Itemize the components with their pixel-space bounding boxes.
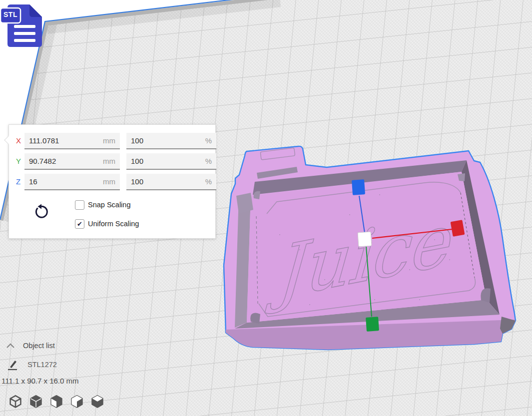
view-solid-icon[interactable] [29, 395, 43, 409]
stl-badge-label: STL [1, 10, 19, 18]
scale-row-x: X 111.0781 mm 100 % [9, 133, 215, 149]
scale-row-y: Y 90.7482 mm 100 % [9, 153, 215, 170]
scale-row-z: Z 16 mm 100 % [9, 174, 215, 190]
reset-scale-button[interactable] [33, 204, 50, 222]
scale-x-percent-input[interactable]: 100 % [126, 133, 216, 149]
scale-y-mm-input[interactable]: 90.7482 mm [24, 153, 120, 170]
scale-x-mm-input[interactable]: 111.0781 mm [24, 133, 120, 149]
object-list-item[interactable]: STL1272 [27, 361, 57, 369]
scale-handle-x[interactable] [451, 220, 465, 237]
uniform-scaling-row: ✔ Uniform Scaling [75, 219, 139, 229]
snap-scaling-label: Snap Scaling [88, 201, 130, 209]
snap-scaling-row: Snap Scaling [75, 200, 130, 210]
view-front-icon[interactable] [49, 395, 63, 409]
scale-tool-panel: X 111.0781 mm 100 % Y 90.7482 mm 100 % Z… [8, 124, 216, 239]
snap-scaling-checkbox[interactable] [75, 200, 84, 210]
axis-label-z: Z [16, 177, 23, 186]
edit-pencil-icon[interactable] [7, 359, 19, 371]
uniform-scaling-label: Uniform Scaling [88, 220, 139, 228]
axis-label-x: X [16, 136, 23, 145]
model-dimensions: 111.1 x 90.7 x 16.0 mm [1, 377, 79, 385]
view-3d-icon[interactable] [8, 395, 22, 409]
scale-handle-center[interactable] [358, 232, 372, 247]
uniform-scaling-checkbox[interactable]: ✔ [75, 219, 84, 229]
scale-y-percent-input[interactable]: 100 % [126, 153, 216, 170]
view-left-icon[interactable] [70, 395, 84, 409]
scale-z-percent-input[interactable]: 100 % [126, 174, 216, 190]
scale-handle-y[interactable] [366, 317, 379, 332]
axis-label-y: Y [16, 157, 23, 165]
collapse-chevron-icon[interactable] [6, 343, 15, 349]
stl-file-icon: STL [0, 1, 47, 48]
object-list-header[interactable]: Object list [23, 342, 55, 350]
scale-z-mm-input[interactable]: 16 mm [24, 174, 120, 190]
scale-handle-z[interactable] [352, 179, 365, 195]
view-top-icon[interactable] [90, 395, 104, 409]
